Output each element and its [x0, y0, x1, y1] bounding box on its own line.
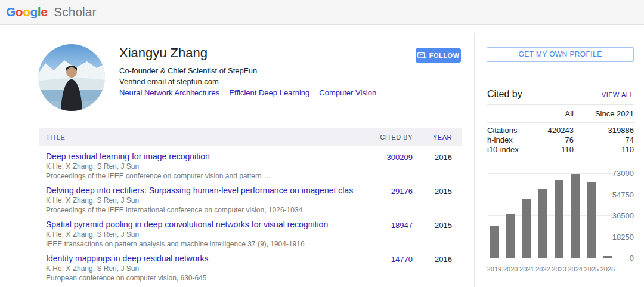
sort-by-title-header[interactable]: TITLE — [39, 134, 353, 141]
chart-y-axis-labels: 018250365005475073000 — [596, 174, 634, 258]
publication-info: Delving deep into rectifiers: Surpassing… — [39, 180, 353, 214]
interest-link-neural-network-architectures[interactable]: Neural Network Architectures — [119, 88, 219, 97]
chart-bar-2022[interactable] — [538, 189, 547, 258]
interest-link-efficient-deep-learning[interactable]: Efficient Deep Learning — [229, 88, 309, 97]
publication-year: 2016 — [413, 146, 452, 180]
cited-by-title: Cited by — [487, 89, 522, 100]
publication-cited-by-link[interactable]: 29176 — [391, 187, 413, 196]
publication-info: Spatial pyramid pooling in deep convolut… — [39, 214, 353, 248]
publication-venue: Proceedings of the IEEE conference on co… — [46, 172, 353, 180]
profile-photo-image — [38, 44, 105, 111]
publication-row: Delving deep into rectifiers: Surpassing… — [39, 180, 462, 214]
metric-label: h-index — [487, 135, 526, 145]
cited-by-col-since-2021: Since 2021 — [574, 109, 634, 118]
chart-bar-2019[interactable] — [490, 226, 499, 258]
google-logo-text: Google — [6, 5, 47, 18]
metric-label: i10-index — [487, 145, 526, 155]
publication-authors: K He, X Zhang, S Ren, J Sun — [46, 264, 353, 273]
metric-value-all: 420243 — [526, 126, 574, 135]
publication-info: Deep residual learning for image recogni… — [39, 146, 353, 180]
scholar-logo-text: Scholar — [54, 5, 96, 18]
metric-value-all: 76 — [526, 135, 574, 145]
publication-venue: Proceedings of the IEEE international co… — [46, 206, 353, 214]
chart-y-tick-label: 0 — [630, 254, 634, 263]
chart-bar-2020[interactable] — [506, 214, 515, 258]
cited-by-divider — [487, 122, 634, 123]
profile-photo[interactable] — [38, 44, 105, 111]
profile-name: Xiangyu Zhang — [119, 45, 208, 61]
follow-button-label: FOLLOW — [429, 52, 460, 59]
top-header-bar: Google Scholar — [0, 0, 644, 25]
profile-verified-email: Verified email at stepfun.com — [119, 77, 219, 86]
publication-title-link[interactable]: Identity mappings in deep residual netwo… — [46, 253, 353, 264]
chart-y-tick-label: 54750 — [612, 190, 634, 199]
sort-by-year-header[interactable]: YEAR — [413, 134, 452, 141]
chart-gridline — [488, 173, 614, 174]
publication-year: 2015 — [413, 180, 452, 214]
cited-by-divider — [487, 104, 634, 105]
profile-affiliation: Co-founder & Chief Scientist of StepFun — [119, 66, 257, 75]
metric-value-since: 110 — [574, 145, 634, 155]
publication-year: 2016 — [413, 248, 452, 282]
publication-info: Identity mappings in deep residual netwo… — [39, 248, 353, 282]
citation-metrics-table: Citations 420243 319886 h-index 76 74 i1… — [487, 126, 634, 155]
publication-title-link[interactable]: Deep residual learning for image recogni… — [46, 151, 353, 162]
publication-venue: IEEE transactions on pattern analysis an… — [46, 240, 353, 248]
publication-cited-by-link[interactable]: 18947 — [391, 221, 413, 230]
metric-value-since: 74 — [574, 135, 634, 145]
metric-row-i10-index: i10-index 110 110 — [487, 145, 634, 155]
chart-bar-2025[interactable] — [587, 182, 596, 258]
publication-authors: K He, X Zhang, S Ren, J Sun — [46, 230, 353, 239]
chart-y-tick-label: 73000 — [612, 169, 634, 178]
publication-row: Spatial pyramid pooling in deep convolut… — [39, 214, 462, 248]
profile-interests: Neural Network Architectures Efficient D… — [119, 88, 376, 97]
publications-table-header: TITLE CITED BY YEAR — [39, 128, 462, 146]
metric-value-all: 110 — [526, 145, 574, 155]
metric-row-citations: Citations 420243 319886 — [487, 126, 634, 135]
google-scholar-logo[interactable]: Google Scholar — [6, 5, 96, 19]
chart-bar-2023[interactable] — [555, 180, 564, 258]
cited-by-section-header: Cited by VIEW ALL — [487, 89, 634, 100]
cited-by-col-all: All — [526, 109, 574, 118]
chart-bar-2021[interactable] — [522, 199, 531, 258]
metric-label: Citations — [487, 126, 526, 135]
publication-row: Deep residual learning for image recogni… — [39, 146, 462, 180]
chart-y-tick-label: 36500 — [612, 211, 634, 220]
publications-table: TITLE CITED BY YEAR Deep residual learni… — [39, 128, 462, 282]
cited-by-column-headers: All Since 2021 — [487, 109, 634, 118]
chart-x-tick-label: 2026 — [597, 266, 618, 273]
publication-authors: K He, X Zhang, S Ren, J Sun — [46, 162, 353, 171]
follow-button[interactable]: FOLLOW — [416, 48, 461, 63]
envelope-plus-icon — [417, 52, 426, 59]
chart-y-tick-label: 18250 — [612, 233, 634, 242]
publication-year: 2015 — [413, 214, 452, 248]
sidebar-divider — [474, 33, 475, 287]
interest-link-computer-vision[interactable]: Computer Vision — [319, 88, 376, 97]
publication-title-link[interactable]: Delving deep into rectifiers: Surpassing… — [46, 185, 353, 196]
metric-value-since: 319886 — [574, 126, 634, 135]
publication-row: Identity mappings in deep residual netwo… — [39, 248, 462, 282]
publication-cited-by-link[interactable]: 300209 — [387, 153, 413, 162]
publication-title-link[interactable]: Spatial pyramid pooling in deep convolut… — [46, 219, 353, 230]
metric-row-h-index: h-index 76 74 — [487, 135, 634, 145]
publication-venue: European conference on computer vision, … — [46, 274, 353, 282]
chart-bar-2024[interactable] — [571, 174, 580, 258]
citations-per-year-chart: 20192020202120222023202420252026 — [488, 174, 614, 258]
view-all-link[interactable]: VIEW ALL — [602, 91, 634, 98]
get-my-own-profile-button[interactable]: GET MY OWN PROFILE — [487, 47, 634, 62]
publication-authors: K He, X Zhang, S Ren, J Sun — [46, 196, 353, 205]
publication-cited-by-link[interactable]: 14770 — [391, 255, 413, 264]
cited-by-column-header: CITED BY — [353, 134, 413, 141]
